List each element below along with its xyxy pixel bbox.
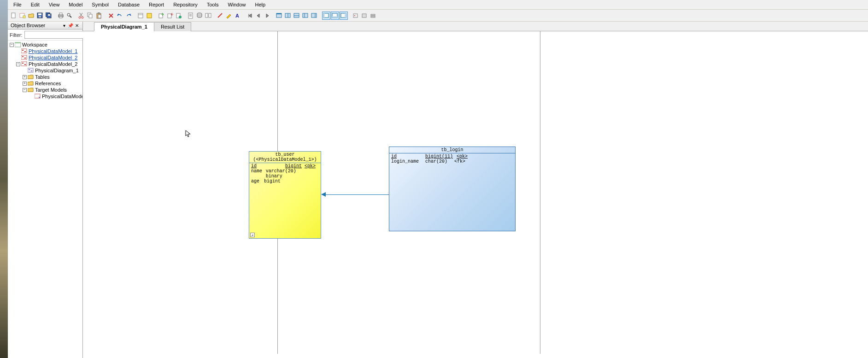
cut-icon[interactable] (77, 12, 86, 20)
tool-c-icon[interactable] (369, 12, 377, 20)
text-tool-icon[interactable]: A (234, 12, 242, 20)
tool-b-icon[interactable] (360, 12, 369, 20)
panel-close-icon[interactable]: ✕ (74, 23, 80, 28)
window2-icon[interactable] (284, 12, 292, 20)
tree-item-target-pdm[interactable]: PhysicalDataModel_ (8, 93, 82, 100)
window4-icon[interactable] (301, 12, 310, 20)
window3-icon[interactable] (293, 12, 301, 20)
diagram-canvas-wrap[interactable]: tb_user (<PhysicalDataModel_1>) id bigin… (83, 31, 868, 358)
view-toggle1-icon[interactable] (322, 12, 330, 20)
nav-next-icon[interactable] (263, 12, 271, 20)
svg-rect-38 (276, 13, 282, 14)
col-type: bigint(11) (425, 154, 453, 159)
generate-icon[interactable] (175, 12, 183, 20)
entity-title: tb_login (391, 147, 513, 153)
svg-rect-48 (323, 13, 325, 18)
repository-icon[interactable] (195, 12, 204, 20)
svg-rect-43 (303, 13, 308, 18)
svg-rect-2 (23, 16, 25, 18)
menu-repository[interactable]: Repository (169, 1, 202, 8)
entity-header: tb_login (389, 147, 515, 153)
open-icon[interactable] (27, 12, 35, 20)
print-icon[interactable] (57, 12, 65, 20)
tab-resultlist[interactable]: Result List (154, 22, 191, 31)
svg-rect-68 (24, 64, 26, 65)
view-toggle3-icon[interactable] (340, 12, 348, 20)
save-icon[interactable] (36, 12, 44, 20)
window5-icon[interactable] (310, 12, 318, 20)
menu-model[interactable]: Model (64, 1, 87, 8)
reference-line[interactable] (325, 194, 389, 195)
svg-line-13 (70, 16, 71, 18)
nav-first-icon[interactable] (246, 12, 254, 20)
application-window: File Edit View Model Symbol Database Rep… (8, 0, 868, 358)
format-icon[interactable] (145, 12, 153, 20)
col-name: id (251, 164, 282, 169)
col-key: <pk> (305, 164, 320, 169)
col-name: age (251, 179, 260, 184)
panel-dropdown-icon[interactable]: ▾ (61, 23, 67, 28)
tree-item-pdm2[interactable]: − PhysicalDataModel_2 (8, 61, 82, 67)
new-icon[interactable] (10, 12, 18, 20)
svg-rect-57 (371, 16, 375, 18)
menu-report[interactable]: Report (144, 1, 169, 8)
svg-rect-61 (22, 50, 23, 51)
nav-prev-icon[interactable] (254, 12, 263, 20)
tab-physicaldiagram[interactable]: PhysicalDiagram_1 (94, 22, 154, 31)
compare-icon[interactable] (204, 12, 212, 20)
export-icon[interactable] (157, 12, 165, 20)
menu-database[interactable]: Database (113, 1, 144, 8)
menu-window[interactable]: Window (223, 1, 250, 8)
svg-rect-23 (147, 13, 152, 18)
import-icon[interactable] (166, 12, 174, 20)
menu-view[interactable]: View (44, 1, 65, 8)
paste-icon[interactable] (95, 12, 103, 20)
undo-icon[interactable] (116, 12, 124, 20)
svg-rect-59 (15, 42, 21, 43)
object-browser-label: Object Browser (11, 23, 45, 28)
tree-item-target-models[interactable]: − Target Models (8, 87, 82, 93)
view-toggle2-icon[interactable] (331, 12, 339, 20)
menu-file[interactable]: File (9, 1, 26, 8)
entity-header: tb_user (<PhysicalDataModel_1>) (249, 152, 321, 163)
menu-help[interactable]: Help (251, 1, 270, 8)
tree-item-pdm1[interactable]: PhysicalDataModel_1 (8, 48, 82, 54)
report-icon[interactable] (187, 12, 195, 20)
panel-pin-icon[interactable]: 📌 (68, 23, 73, 28)
entity-body: id bigint(11) <pk> login_name char(20) <… (389, 153, 515, 164)
svg-rect-55 (362, 14, 366, 18)
svg-rect-17 (89, 14, 92, 18)
menu-symbol[interactable]: Symbol (87, 1, 113, 8)
properties-icon[interactable] (136, 12, 145, 20)
svg-rect-56 (371, 14, 375, 16)
tree-root[interactable]: − Workspace (8, 41, 82, 48)
svg-text:A: A (235, 13, 239, 18)
filter-input[interactable] (24, 31, 92, 39)
tree-item-label: PhysicalDataModel_ (42, 94, 82, 99)
line-tool-icon[interactable] (216, 12, 224, 20)
find-icon[interactable] (65, 12, 74, 20)
tree-item-pdm2-link[interactable]: PhysicalDataModel_2 (8, 54, 82, 61)
tree-item-tables[interactable]: + Tables (8, 74, 82, 80)
svg-rect-71 (31, 70, 32, 71)
tree-item-label: Target Models (35, 87, 67, 93)
menu-tools[interactable]: Tools (202, 1, 223, 8)
delete-icon[interactable] (107, 12, 115, 20)
tree-item-diagram[interactable]: PhysicalDiagram_1 (8, 67, 82, 74)
object-tree[interactable]: − Workspace PhysicalDataModel_1 Physical… (8, 41, 82, 358)
new-model-icon[interactable] (18, 12, 27, 20)
entity-tb-user[interactable]: tb_user (<PhysicalDataModel_1>) id bigin… (249, 151, 321, 239)
reference-arrowhead-icon (321, 192, 326, 197)
diagram-canvas[interactable]: tb_user (<PhysicalDataModel_1>) id bigin… (83, 31, 866, 354)
tool-a-icon[interactable] (352, 12, 360, 20)
tree-item-references[interactable]: + References (8, 80, 82, 87)
pencil-icon[interactable] (225, 12, 233, 20)
menu-edit[interactable]: Edit (26, 1, 44, 8)
svg-rect-52 (345, 13, 346, 18)
save-all-icon[interactable] (45, 12, 53, 20)
redo-icon[interactable] (124, 12, 133, 20)
entity-tb-login[interactable]: tb_login id bigint(11) <pk> login_name c… (389, 147, 516, 231)
tree-item-label: PhysicalDataModel_1 (29, 48, 77, 54)
window1-icon[interactable] (275, 12, 283, 20)
copy-icon[interactable] (86, 12, 94, 20)
